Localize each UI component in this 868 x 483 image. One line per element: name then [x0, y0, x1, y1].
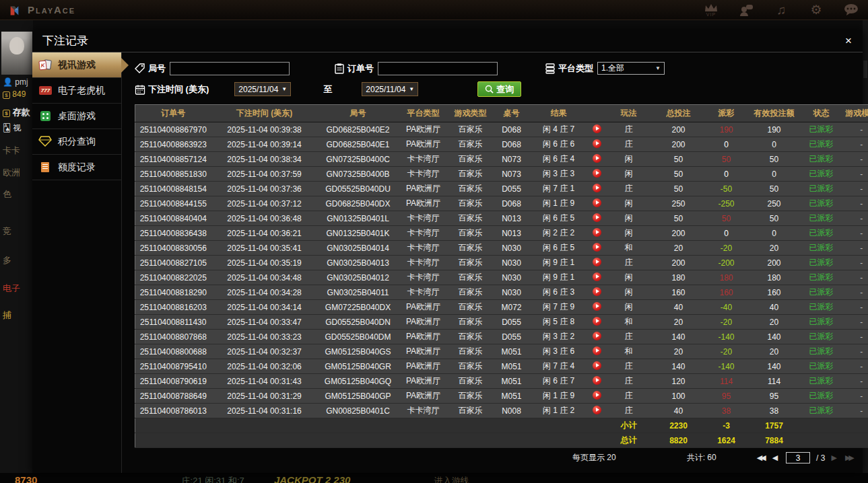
play-type-cell: 闲 — [607, 196, 650, 211]
status-cell: 已派彩 — [803, 152, 840, 167]
music-icon[interactable]: ♫ — [774, 3, 789, 17]
replay-button[interactable] — [593, 391, 601, 400]
table-body: 2511040088679702025-11-04 00:39:38GD0682… — [135, 122, 868, 418]
platform-type-label: 平台类型 — [558, 63, 593, 75]
replay-button[interactable] — [593, 169, 601, 178]
replay-button[interactable] — [593, 184, 601, 192]
support-agent-icon[interactable] — [739, 3, 754, 17]
bet-time-cell: 2025-11-04 00:39:38 — [211, 122, 318, 137]
game-mode-cell: - — [840, 315, 868, 330]
table-no-cell: N030 — [493, 285, 531, 300]
menu-item-points-query[interactable]: 积分查询 — [32, 129, 121, 155]
game-mode-cell: - — [840, 330, 868, 344]
menu-item-video-games[interactable]: K 视讯游戏 — [32, 52, 121, 78]
table-no-cell: M051 — [493, 389, 531, 404]
replay-button[interactable] — [593, 332, 601, 340]
replay-cell — [587, 196, 607, 211]
bet-time-cell: 2025-11-04 00:36:48 — [211, 211, 318, 226]
replay-button[interactable] — [593, 361, 601, 370]
replay-button[interactable] — [593, 302, 601, 311]
round-no-label: 局号 — [148, 63, 166, 75]
col-round-no: 局号 — [318, 105, 399, 122]
replay-button[interactable] — [593, 376, 601, 385]
filter-row-1: 局号 订单号 平台类型 1.全部 ▼ — [135, 59, 856, 77]
ticker-number: 8730 — [15, 474, 37, 483]
bet-time-cell: 2025-11-04 00:34:28 — [211, 285, 318, 300]
status-cell: 已派彩 — [803, 241, 840, 256]
date-to-select[interactable]: 2025/11/04 ▼ — [362, 82, 418, 96]
table-row: 2511040088300562025-11-04 00:35:41GN0302… — [135, 241, 868, 256]
payout-cell: 0 — [707, 167, 746, 182]
replay-button[interactable] — [593, 154, 601, 163]
table-no-cell: N030 — [493, 241, 531, 256]
replay-button[interactable] — [593, 317, 601, 326]
platform-type-select[interactable]: 1.全部 ▼ — [597, 62, 665, 75]
replay-cell — [587, 256, 607, 270]
result-cell: 闲 7 庄 9 — [531, 300, 587, 315]
replay-cell — [587, 389, 607, 404]
replay-cell — [587, 122, 607, 137]
order-no-cell: 251104008844155 — [135, 196, 211, 211]
platform-cell: PA欧洲厅 — [399, 359, 448, 374]
replay-button[interactable] — [593, 198, 601, 207]
play-type-cell: 闲 — [607, 167, 650, 182]
menu-item-slots[interactable]: 777 电子老虎机 — [32, 78, 121, 104]
cards-icon: K — [38, 59, 53, 71]
date-from-select[interactable]: 2025/11/04 ▼ — [234, 82, 291, 96]
order-no-cell: 251104008851830 — [135, 167, 211, 182]
result-cell: 闲 7 庄 1 — [531, 182, 587, 196]
result-cell: 闲 6 庄 5 — [531, 211, 587, 226]
total-bet-cell: 180 — [650, 270, 707, 285]
game-type-cell: 百家乐 — [448, 374, 493, 389]
replay-cell — [587, 211, 607, 226]
table-row: 2511040088220252025-11-04 00:34:48GN0302… — [135, 270, 868, 285]
total-bet-cell: 200 — [650, 122, 707, 137]
first-page-button[interactable]: ◀◀ — [757, 453, 766, 462]
total-bet-cell: 140 — [650, 359, 707, 374]
replay-button[interactable] — [593, 139, 601, 148]
chat-bubble-icon[interactable] — [844, 3, 859, 17]
order-no-cell: 251104008830056 — [135, 241, 211, 256]
status-cell: 已派彩 — [803, 374, 840, 389]
replay-button[interactable] — [593, 258, 601, 266]
replay-button[interactable] — [593, 213, 601, 222]
menu-item-quota-records[interactable]: 额度记录 — [32, 155, 121, 180]
total-bet-cell: 50 — [650, 182, 707, 196]
order-no-input[interactable] — [378, 62, 498, 75]
round-no-cell: GN03025B04013 — [318, 256, 399, 270]
replay-button[interactable] — [593, 287, 601, 296]
close-icon[interactable]: × — [845, 30, 852, 52]
last-page-button[interactable]: ▶▶ — [845, 453, 855, 462]
next-page-button[interactable]: ▶ — [831, 453, 838, 462]
subtotal-label: 小计 — [607, 418, 650, 433]
settings-gear-icon[interactable]: ⚙ — [809, 3, 824, 17]
game-mode-cell: - — [840, 241, 868, 256]
game-type-cell: 百家乐 — [448, 167, 493, 182]
background-item: 电子 — [3, 283, 20, 295]
menu-item-table-games[interactable]: 桌面游戏 — [32, 104, 121, 129]
round-no-input[interactable] — [170, 62, 290, 75]
replay-button[interactable] — [593, 124, 601, 133]
game-mode-cell: - — [840, 226, 868, 241]
bet-time-cell: 2025-11-04 00:37:12 — [211, 196, 318, 211]
result-cell: 闲 1 庄 2 — [531, 404, 587, 418]
col-total-bet: 总投注 — [650, 105, 707, 122]
bet-time-cell: 2025-11-04 00:35:41 — [211, 241, 318, 256]
replay-button[interactable] — [593, 228, 601, 237]
replay-button[interactable] — [593, 272, 601, 281]
replay-button[interactable] — [593, 243, 601, 252]
prev-page-button[interactable]: ◀ — [772, 453, 780, 462]
replay-button[interactable] — [593, 346, 601, 355]
page-input[interactable] — [786, 452, 810, 463]
bet-time-cell: 2025-11-04 00:34:14 — [211, 300, 318, 315]
status-cell: 已派彩 — [803, 389, 840, 404]
status-cell: 已派彩 — [803, 330, 840, 344]
avatar — [1, 32, 32, 75]
query-button[interactable]: 查询 — [477, 81, 521, 97]
valid-bet-cell: 250 — [746, 196, 803, 211]
vip-crown-icon[interactable]: VIP — [704, 3, 719, 17]
replay-cell — [587, 182, 607, 196]
payout-cell: -50 — [707, 182, 746, 196]
order-no-cell: 251104008816203 — [135, 300, 211, 315]
replay-button[interactable] — [593, 406, 601, 414]
